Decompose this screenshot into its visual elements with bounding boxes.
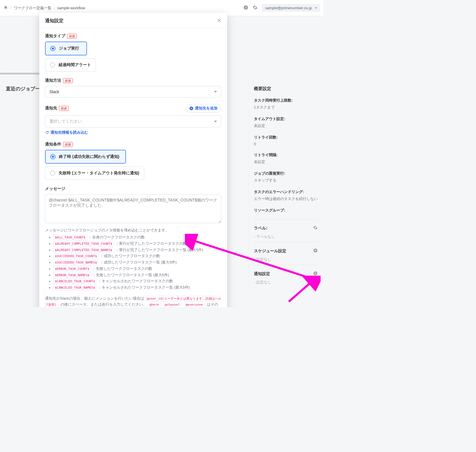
svg-text:?: ?	[245, 6, 247, 9]
variable-code: $SUCCEEDED_TASK_NAMES$	[53, 260, 99, 265]
breadcrumb: › ワークフロー定義一覧 › sample-workflow	[3, 5, 240, 11]
radio-icon	[50, 171, 55, 176]
mention-code: @everyone	[184, 302, 205, 307]
overview-item-value: 未設定	[254, 123, 318, 128]
condition-label: 通知条件	[45, 142, 61, 147]
add-destination-button[interactable]: 通知先を追加	[186, 104, 221, 113]
variable-item: $ERROR_TASK_COUNT$：失敗したワークフロータスクの数	[53, 266, 221, 272]
radio-label: 失敗時 (エラー・タイムアウト発生時に通知)	[59, 171, 139, 176]
reload-destinations-link[interactable]: 通知先情報を読み込む	[45, 130, 88, 135]
required-badge: 必須	[63, 78, 73, 83]
radio-label: ジョブ実行	[59, 46, 79, 51]
radio-label: 終了時 (成功失敗に関わらず通知)	[59, 154, 119, 159]
message-label: メッセージ	[45, 186, 65, 191]
header-actions: ? sample@primenumber.co.jp	[243, 4, 320, 12]
gear-icon[interactable]	[313, 225, 318, 231]
label-placeholder: - ラベルなし	[254, 234, 318, 239]
destination-select[interactable]: 選択してください	[45, 115, 221, 128]
radio-on-end[interactable]: 終了時 (成功失敗に関わらず通知)	[45, 150, 126, 164]
breadcrumb-separator: ›	[10, 6, 12, 10]
required-badge: 必須	[67, 34, 77, 39]
overview-item: リトライ間隔:未設定	[254, 152, 318, 165]
variable-item: $SUCCEEDED_TASK_COUNT$：成功したワークフロータスクの数	[53, 253, 221, 259]
overview-item: タスク同時実行上限数:1タスクまで	[254, 98, 318, 110]
user-menu[interactable]: sample@primenumber.co.jp	[262, 4, 320, 12]
method-label: 通知方法	[45, 78, 61, 83]
radio-on-fail[interactable]: 失敗時 (エラー・タイムアウト発生時に通知)	[45, 167, 144, 180]
overview-item: タスクのエラーハンドリング:エラー時は後続のタスクを続行しない	[254, 189, 318, 201]
type-label: 通知タイプ	[45, 33, 65, 39]
variable-item: $CANCELED_TASK_COUNT$：キャンセルされたワークフロータスクの…	[53, 279, 221, 284]
overview-item-label: リトライ回数:	[254, 135, 318, 140]
breadcrumb-current: sample-workflow	[57, 6, 85, 10]
add-notification-button[interactable]	[313, 271, 318, 277]
mention-code: @channel	[163, 302, 182, 307]
notification-settings-modal: 通知設定 通知タイプ 必須 ジョブ実行 経過時間アラート 通知方法 必	[39, 13, 227, 307]
overview-item-label: ジョブの重複実行:	[254, 171, 318, 176]
schedule-section-title: スケジュール設定	[254, 249, 286, 254]
overview-item: ジョブの重複実行:スキップする	[254, 171, 318, 183]
overview-panel: 概要設定 タスク同時実行上限数:1タスクまでタイムアウト設定:未設定リトライ回数…	[248, 81, 323, 285]
variable-item: $ALL_TASK_COUNT$：全体のワークフロータスクの数	[53, 235, 221, 240]
variable-code: $ERROR_TASK_COUNT$	[53, 266, 91, 272]
overview-item-value: 未設定	[254, 159, 318, 165]
overview-title: 概要設定	[254, 86, 318, 91]
overview-item-value: エラー時は後続のタスクを続行しない	[254, 196, 318, 201]
plus-icon[interactable]	[313, 248, 318, 254]
overview-item-label: タスクのエラーハンドリング:	[254, 189, 318, 195]
overview-item-label: リソースグループ:	[254, 208, 318, 213]
variable-code: $ALL_TASK_COUNT$	[53, 235, 87, 240]
variable-item: $ALREADY_COMPLETED_TASK_COUNT$：実行が完了したワー…	[53, 241, 221, 246]
mention-code: @here	[148, 302, 161, 307]
schedule-placeholder: - 設定なし	[254, 257, 318, 262]
overview-item-value: 1タスクまで	[254, 105, 318, 110]
method-select[interactable]: Slack	[45, 86, 221, 98]
gear-icon[interactable]	[252, 5, 258, 11]
variable-item: $ALREADY_COMPLETED_TASK_NAMES$：実行が完了したワー…	[53, 247, 221, 253]
variable-item: $ERROR_TASK_NAMES$：失敗したワークフロータスク一覧 (最大5件…	[53, 272, 221, 278]
radio-icon	[50, 62, 55, 68]
variable-code: $ALREADY_COMPLETED_TASK_COUNT$	[53, 241, 114, 246]
message-textarea[interactable]	[45, 194, 221, 223]
modal-title: 通知設定	[45, 18, 64, 24]
notify-placeholder: - 設定なし	[254, 280, 318, 285]
variables-list: $ALL_TASK_COUNT$：全体のワークフロータスクの数$ALREADY_…	[45, 235, 221, 290]
variable-code: $CANCELED_TASK_COUNT$	[53, 279, 97, 284]
variable-code: $ERROR_TASK_NAMES$	[53, 272, 91, 278]
close-icon[interactable]	[217, 18, 221, 24]
overview-item-value: 0	[254, 142, 318, 146]
notify-section-title: 通知設定	[254, 271, 270, 277]
required-badge: 必須	[59, 106, 69, 111]
breadcrumb-separator: ›	[54, 6, 55, 10]
help-icon[interactable]: ?	[243, 5, 248, 11]
overview-item: タイムアウト設定:未設定	[254, 116, 318, 128]
variable-item: $CANCELED_TASK_NAMES$：キャンセルされたワークフロータスク一…	[53, 285, 221, 290]
mention-note: 通知先がSlackの場合、個人にメンションを行いたい場合は @user_id(ユ…	[45, 296, 221, 307]
variable-code: $CANCELED_TASK_NAMES$	[53, 285, 97, 290]
required-badge: 必須	[63, 142, 73, 147]
breadcrumb-workflow-list[interactable]: ワークフロー定義一覧	[14, 5, 51, 11]
overview-item-value: スキップする	[254, 178, 318, 183]
home-icon[interactable]	[3, 5, 8, 11]
radio-job-execution[interactable]: ジョブ実行	[45, 42, 87, 55]
overview-item-label: タスク同時実行上限数:	[254, 98, 318, 103]
radio-label: 経過時間アラート	[59, 62, 91, 68]
variable-code: $ALREADY_COMPLETED_TASK_NAMES$	[53, 247, 114, 253]
dest-label: 通知先	[45, 106, 57, 111]
overview-item-label: タイムアウト設定:	[254, 116, 318, 122]
label-section-title: ラベル:	[254, 226, 267, 231]
hint-intro: メッセージにワークフロージョブのメタ情報を埋め込むことができます。	[45, 228, 221, 233]
variable-code: $SUCCEEDED_TASK_COUNT$	[53, 253, 99, 259]
radio-elapsed-alert[interactable]: 経過時間アラート	[45, 58, 96, 72]
overview-item-label: リトライ間隔:	[254, 152, 318, 158]
overview-item: リソースグループ:	[254, 208, 318, 213]
variable-item: $SUCCEEDED_TASK_NAMES$：成功したワークフロータスク一覧 (…	[53, 260, 221, 265]
radio-icon	[50, 46, 55, 51]
overview-item: リトライ回数:0	[254, 135, 318, 146]
radio-icon	[50, 154, 55, 159]
